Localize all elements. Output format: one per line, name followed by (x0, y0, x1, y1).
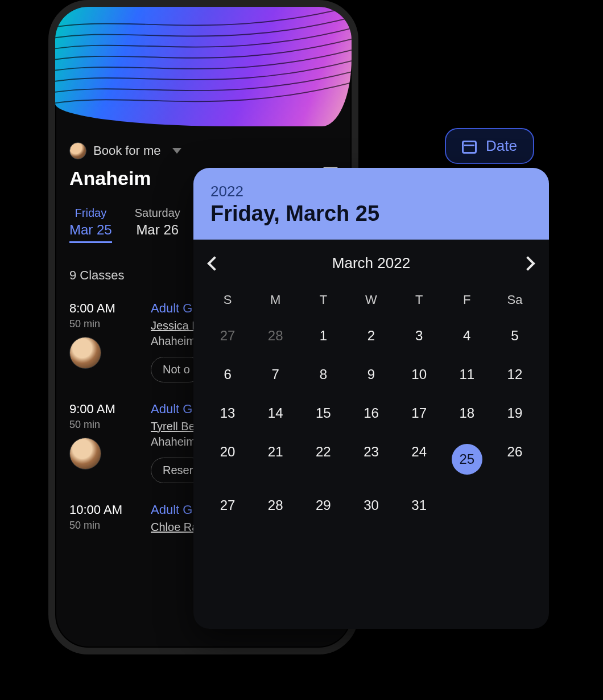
calendar-day[interactable]: 6 (204, 355, 251, 394)
class-time: 8:00 AM (69, 301, 135, 316)
calendar-day[interactable]: 9 (347, 355, 395, 394)
day-tab[interactable]: SaturdayMar 26 (135, 207, 180, 243)
calendar-day[interactable]: 28 (251, 316, 299, 355)
date-picker-selected: Friday, March 25 (210, 201, 532, 226)
calendar-day[interactable]: 11 (443, 355, 491, 394)
calendar-day[interactable]: 25 (443, 433, 491, 486)
calendar-day[interactable]: 3 (395, 316, 443, 355)
instructor-avatar (69, 438, 101, 470)
book-for-label: Book for me (93, 143, 161, 158)
calendar-day[interactable]: 4 (443, 316, 491, 355)
calendar-day[interactable]: 18 (443, 394, 491, 433)
calendar-day[interactable]: 28 (251, 486, 299, 525)
calendar-dow: M (251, 283, 299, 316)
calendar-day[interactable]: 27 (204, 316, 251, 355)
calendar-day[interactable]: 13 (204, 394, 251, 433)
calendar-day[interactable]: 22 (299, 433, 347, 486)
class-duration: 50 min (69, 520, 135, 532)
calendar-dow: T (299, 283, 347, 316)
day-tab-dow: Saturday (135, 207, 180, 220)
calendar-day[interactable]: 30 (347, 486, 395, 525)
calendar-dow: W (347, 283, 395, 316)
calendar-day[interactable]: 17 (395, 394, 443, 433)
calendar-day[interactable]: 8 (299, 355, 347, 394)
calendar-day[interactable]: 27 (204, 486, 251, 525)
date-picker-month: March 2022 (332, 254, 410, 272)
class-instructor[interactable]: Chloe Ra (151, 521, 198, 534)
calendar-day (491, 486, 539, 525)
calendar-day[interactable]: 14 (251, 394, 299, 433)
hero-lines (55, 7, 352, 121)
prev-month-button[interactable] (207, 256, 221, 270)
calendar-day[interactable]: 2 (347, 316, 395, 355)
date-filter-button[interactable]: Date (445, 128, 534, 164)
day-tab-date: Mar 26 (136, 222, 179, 238)
calendar-dow: S (204, 283, 251, 316)
hero-banner (55, 7, 352, 126)
calendar-day[interactable]: 10 (395, 355, 443, 394)
calendar-dow: T (395, 283, 443, 316)
calendar-day[interactable]: 20 (204, 433, 251, 486)
next-month-button[interactable] (521, 256, 535, 270)
day-tab-dow: Friday (75, 207, 107, 220)
calendar-day[interactable]: 16 (347, 394, 395, 433)
class-time: 10:00 AM (69, 503, 135, 517)
calendar-dow: Sa (491, 283, 539, 316)
class-time: 9:00 AM (69, 402, 135, 417)
date-filter-label: Date (486, 137, 517, 155)
date-picker: 2022 Friday, March 25 March 2022 SMTWTFS… (193, 168, 549, 629)
book-for-dropdown[interactable]: Book for me (69, 142, 337, 159)
calendar-day[interactable]: 15 (299, 394, 347, 433)
class-duration: 50 min (69, 318, 135, 330)
calendar-day[interactable]: 5 (491, 316, 539, 355)
calendar-day[interactable]: 1 (299, 316, 347, 355)
class-title: Adult G (151, 503, 198, 517)
avatar (69, 142, 86, 159)
class-duration: 50 min (69, 419, 135, 431)
calendar-day[interactable]: 31 (395, 486, 443, 525)
calendar-day[interactable]: 12 (491, 355, 539, 394)
calendar-icon (462, 139, 477, 154)
chevron-down-icon (172, 148, 181, 154)
calendar-day[interactable]: 26 (491, 433, 539, 486)
calendar-day[interactable]: 7 (251, 355, 299, 394)
calendar-day[interactable]: 19 (491, 394, 539, 433)
calendar-day[interactable]: 24 (395, 433, 443, 486)
date-picker-header: 2022 Friday, March 25 (193, 168, 549, 240)
instructor-avatar (69, 337, 101, 369)
day-tab[interactable]: FridayMar 25 (69, 207, 112, 243)
calendar-day (443, 486, 491, 525)
calendar-day[interactable]: 29 (299, 486, 347, 525)
calendar-day[interactable]: 21 (251, 433, 299, 486)
calendar-day[interactable]: 23 (347, 433, 395, 486)
day-tab-date: Mar 25 (69, 222, 112, 243)
date-picker-year[interactable]: 2022 (210, 183, 532, 200)
calendar-dow: F (443, 283, 491, 316)
